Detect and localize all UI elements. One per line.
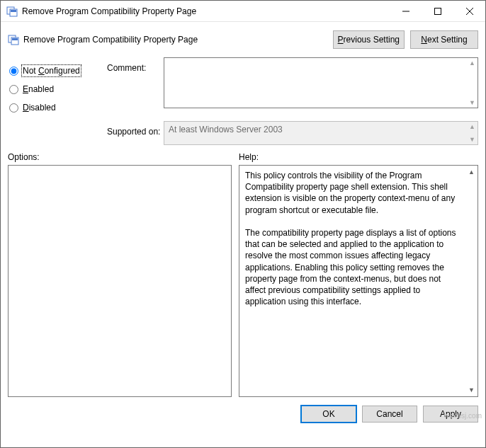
comment-label: Comment:	[107, 57, 164, 73]
help-panel[interactable]: This policy controls the visibility of t…	[239, 165, 478, 397]
titlebar: Remove Program Compatibility Property Pa…	[1, 1, 485, 22]
page-title: Remove Program Compatibility Property Pa…	[23, 35, 327, 45]
radio-not-configured[interactable]: Not Configured	[8, 62, 107, 80]
minimize-button[interactable]	[390, 1, 422, 21]
supported-on-label: Supported on:	[107, 121, 164, 137]
radio-disabled[interactable]: Disabled	[8, 98, 107, 117]
next-setting-button[interactable]: Next Setting	[410, 30, 478, 49]
state-radio-group: Not Configured Enabled Disabled	[8, 57, 107, 117]
options-label: Options:	[8, 152, 239, 162]
scrollbar-icon: ▲▼	[465, 166, 477, 396]
header: Remove Program Compatibility Property Pa…	[1, 22, 485, 54]
apply-button[interactable]: Apply	[423, 406, 478, 423]
help-label: Help:	[239, 152, 478, 162]
radio-enabled[interactable]: Enabled	[8, 80, 107, 98]
window-title: Remove Program Compatibility Property Pa…	[22, 6, 390, 16]
options-panel	[8, 165, 232, 397]
maximize-button[interactable]	[422, 1, 453, 21]
radio-enabled-input[interactable]	[9, 85, 18, 94]
supported-on-field: At least Windows Server 2003	[164, 121, 478, 145]
help-text-2: The compatibility property page displays…	[245, 227, 462, 307]
radio-not-configured-input[interactable]	[9, 67, 18, 76]
ok-button[interactable]: OK	[301, 406, 356, 423]
radio-disabled-input[interactable]	[9, 103, 18, 113]
previous-setting-button[interactable]: Previous Setting	[333, 30, 405, 49]
cancel-button[interactable]: Cancel	[362, 406, 417, 423]
help-text-1: This policy controls the visibility of t…	[245, 170, 462, 216]
svg-rect-2	[11, 10, 16, 12]
svg-rect-9	[12, 38, 18, 40]
comment-field[interactable]	[164, 57, 478, 108]
app-icon	[6, 6, 18, 17]
dialog-buttons: OK Cancel Apply	[1, 397, 485, 430]
svg-rect-4	[434, 8, 441, 14]
close-button[interactable]	[453, 1, 485, 21]
policy-icon	[8, 34, 19, 45]
